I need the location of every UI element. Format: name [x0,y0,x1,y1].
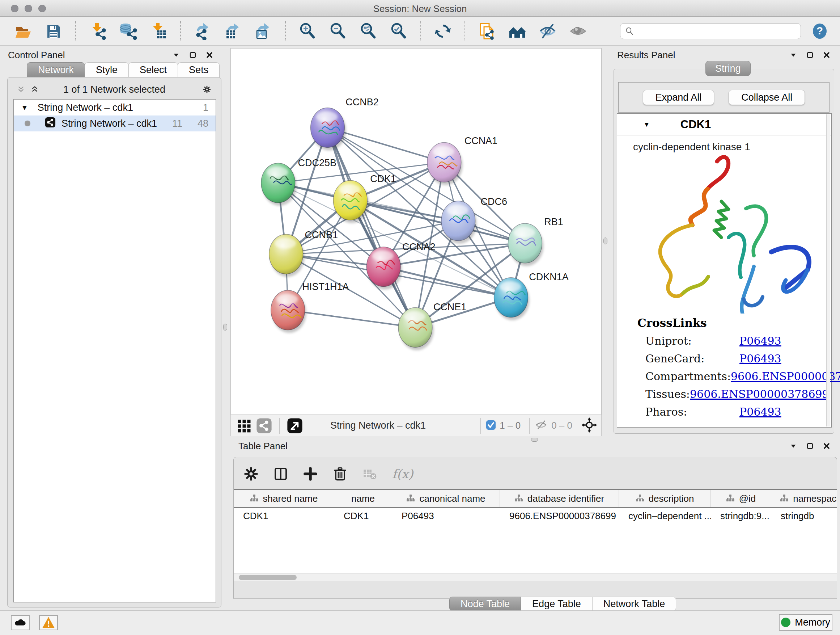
tab-style[interactable]: Style [85,62,129,78]
search-box[interactable] [620,23,801,39]
results-scrollbar[interactable] [826,114,830,426]
cell--id[interactable]: stringdb:9... [711,510,771,522]
edge-CCNB2-CCNE1[interactable] [327,128,415,328]
collapse-all-button[interactable]: Collapse All [729,90,805,105]
memory-button[interactable]: Memory [779,614,832,631]
column-header-canonical-name[interactable]: canonical name [392,490,500,507]
expand-all-button[interactable]: Expand All [643,90,714,105]
edge-HIST1H1A-CCNE1[interactable] [288,310,415,328]
zoom-out-icon[interactable] [328,22,347,41]
crosslink-link[interactable]: P06493 [739,334,782,347]
zoom-selected-icon[interactable] [389,22,408,41]
cell-canonical-name[interactable]: P06493 [392,510,500,522]
tab-edge-table[interactable]: Edge Table [521,597,592,611]
network-thumbnail-icon[interactable] [256,416,272,435]
panel-float-icon[interactable] [806,51,814,59]
tab-string[interactable]: String [706,61,751,76]
cell-shared-name[interactable]: CDK1 [234,510,334,522]
warnings-button[interactable] [39,615,58,630]
crosslink-link[interactable]: 9606.ENSP00000378699 [690,388,829,401]
column-header-shared-name[interactable]: shared name [234,490,334,507]
panel-close-icon[interactable] [823,442,831,450]
node-RB1[interactable]: RB1 [508,217,563,266]
node-CCNB1[interactable]: CCNB1 [269,230,338,277]
crosslink-link[interactable]: P06493 [739,352,782,365]
panel-close-icon[interactable] [205,51,213,59]
birds-eye-view-icon[interactable] [582,417,597,434]
cell-namespace[interactable]: stringdb [771,510,837,522]
selected-checkbox-icon[interactable] [486,420,496,432]
delete-column-trash-icon[interactable] [333,464,347,483]
select-columns-icon[interactable] [273,464,288,483]
cell-name[interactable]: CDK1 [334,510,392,522]
open-session-icon[interactable] [14,22,33,41]
add-column-icon[interactable] [303,464,317,483]
cell-database-identifier[interactable]: 9606.ENSP00000378699 [500,510,619,522]
hide-selected-icon[interactable] [538,22,557,41]
export-network-icon[interactable] [193,22,212,41]
column-header-description[interactable]: description [619,490,711,507]
hidden-count: 0 – 0 [551,420,572,431]
help-icon[interactable]: ? [810,22,829,41]
right-splitter-grip[interactable] [603,238,607,244]
tree-expander-icon[interactable]: ▼ [21,103,28,112]
cell-description[interactable]: cyclin–dependent ... [619,510,711,522]
node-table[interactable]: shared namenamecanonical namedatabase id… [234,489,837,573]
cloud-status-button[interactable] [11,615,30,630]
network-row[interactable]: String Network – cdk1 11 48 [14,116,216,131]
show-all-icon[interactable] [569,22,587,41]
node-CDC25B[interactable]: CDC25B [261,157,336,206]
tab-network[interactable]: Network [27,62,85,78]
tab-node-table[interactable]: Node Table [449,597,521,611]
node-label-CDK1: CDK1 [370,173,396,184]
table-settings-gear-icon[interactable] [244,464,258,483]
search-input[interactable] [638,26,796,36]
import-database-icon[interactable] [118,22,137,41]
network-canvas[interactable]: CCNB2 CCNA1 CDC25B CDK1 CDC6 [231,48,602,415]
network-collection-row[interactable]: ▼ String Network – cdk1 1 [14,100,216,116]
table-horizontal-scrollbar[interactable] [234,573,837,581]
panel-float-icon[interactable] [189,51,197,59]
zoom-fit-icon[interactable] [359,22,378,41]
column-header-name[interactable]: name [334,490,392,507]
table-row[interactable]: CDK1CDK1P064939606.ENSP00000378699cyclin… [234,508,837,524]
toolbar-separator [180,21,181,41]
detach-view-icon[interactable] [287,416,303,435]
column-header-namespace[interactable]: namespace [771,490,837,507]
node-HIST1H1A[interactable]: HIST1H1A [271,281,349,333]
left-splitter-grip[interactable] [223,324,227,331]
refresh-layout-icon[interactable] [433,22,452,41]
node-CDKN1A[interactable]: CDKN1A [494,272,569,320]
copy-network-icon[interactable] [477,22,496,41]
zoom-in-icon[interactable] [298,22,317,41]
tab-sets[interactable]: Sets [178,62,219,78]
node-CDK1[interactable]: CDK1 [333,173,396,223]
panel-menu-icon[interactable] [172,51,180,59]
crosslink-link[interactable]: P06493 [739,405,782,418]
string-network-graph[interactable]: CCNB2 CCNA1 CDC25B CDK1 CDC6 [231,49,601,415]
node-CCNB2[interactable]: CCNB2 [311,97,379,150]
panel-menu-icon[interactable] [789,442,797,450]
collapse-protein-icon[interactable]: ▼ [643,120,650,128]
panel-close-icon[interactable] [823,51,831,59]
protein-structure-image [627,147,822,314]
edge-CCNA2-CDKN1A[interactable] [384,267,511,298]
grid-view-icon[interactable] [237,416,253,435]
node-CCNE1[interactable]: CCNE1 [398,302,466,350]
tab-network-table[interactable]: Network Table [592,597,676,611]
crosslink-link[interactable]: 9606.ENSP00000378699 [731,370,840,383]
panel-float-icon[interactable] [806,442,814,450]
import-network-icon[interactable] [88,22,107,41]
save-session-icon[interactable] [44,22,63,41]
protein-card: ▼ CDK1 cyclin-dependent kinase 1 [617,113,832,428]
export-image-icon[interactable] [254,22,273,41]
import-table-icon[interactable] [149,22,168,41]
node-CCNA1[interactable]: CCNA1 [427,135,497,185]
panel-menu-icon[interactable] [789,51,797,59]
scrollbar-thumb[interactable] [239,575,297,580]
export-table-icon[interactable] [224,22,242,41]
column-header-database-identifier[interactable]: database identifier [500,490,619,507]
first-neighbors-icon[interactable] [508,22,527,41]
tab-select[interactable]: Select [128,62,178,78]
column-header--id[interactable]: @id [711,490,771,507]
